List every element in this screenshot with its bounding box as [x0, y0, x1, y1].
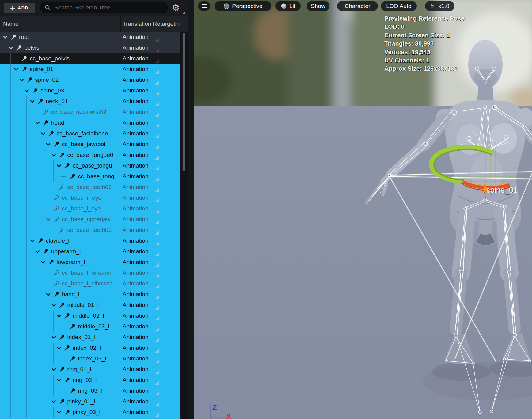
tree-row[interactable]: pinky_01_lAnimation — [0, 396, 180, 407]
tree-row[interactable]: ring_03_lAnimation — [0, 386, 180, 396]
chevron-down-icon[interactable] — [30, 238, 35, 243]
retargeting-dropdown[interactable]: Animation — [123, 109, 153, 115]
tree-row[interactable]: ring_01_lAnimation — [0, 364, 180, 375]
retargeting-dropdown[interactable]: Animation — [123, 334, 153, 341]
tree-row[interactable]: cc_base_tonguAnimation — [0, 160, 180, 171]
preview-viewport[interactable]: spine_01 spine_01 Z X Previewing Referen… — [188, 0, 532, 419]
chevron-down-icon[interactable] — [46, 142, 51, 147]
tree-row[interactable]: spine_03Animation — [0, 85, 180, 96]
tree-row[interactable]: index_03_lAnimation — [0, 353, 180, 364]
retargeting-dropdown[interactable]: Animation — [123, 280, 153, 287]
retargeting-dropdown[interactable]: Animation — [123, 44, 153, 51]
chevron-down-icon[interactable] — [51, 153, 56, 158]
tree-row[interactable]: cc_base_upperjawAnimation — [0, 214, 180, 225]
search-input[interactable] — [54, 4, 163, 11]
chevron-down-icon[interactable] — [56, 378, 62, 383]
tree-settings-button[interactable]: ⚙ — [171, 1, 185, 15]
retargeting-dropdown[interactable]: Animation — [123, 345, 153, 351]
tree-row[interactable]: cc_base_l_elbowshAnimation — [0, 278, 180, 289]
retargeting-dropdown[interactable]: Animation — [123, 194, 153, 201]
viewport-toolbar-viewport-options[interactable] — [198, 1, 210, 11]
chevron-down-icon[interactable] — [8, 45, 13, 51]
retargeting-dropdown[interactable]: Animation — [123, 66, 153, 73]
retargeting-dropdown[interactable]: Animation — [123, 312, 153, 319]
chevron-down-icon[interactable] — [51, 367, 56, 372]
retargeting-dropdown[interactable]: Animation — [123, 55, 153, 62]
tree-row[interactable]: pinky_02_lAnimation — [0, 407, 180, 418]
retargeting-dropdown[interactable]: Animation — [123, 323, 153, 330]
retargeting-dropdown[interactable]: Animation — [123, 152, 153, 158]
chevron-down-icon[interactable] — [56, 163, 62, 168]
chevron-down-icon[interactable] — [30, 99, 35, 104]
chevron-down-icon[interactable] — [24, 88, 29, 93]
retargeting-dropdown[interactable]: Animation — [123, 205, 153, 212]
retargeting-dropdown[interactable]: Animation — [123, 184, 153, 191]
retargeting-dropdown[interactable]: Animation — [123, 173, 153, 180]
tree-row[interactable]: cc_base_jawrootAnimation — [0, 139, 180, 150]
chevron-down-icon[interactable] — [40, 260, 46, 265]
tree-row[interactable]: lowerarm_lAnimation — [0, 257, 180, 268]
retargeting-dropdown[interactable]: Animation — [123, 141, 153, 148]
tree-row[interactable]: ring_02_lAnimation — [0, 375, 180, 386]
retargeting-dropdown[interactable]: Animation — [123, 248, 153, 255]
tree-row[interactable]: cc_base_l_forearmAnimation — [0, 268, 180, 278]
tree-row[interactable]: middle_01_lAnimation — [0, 300, 180, 311]
tree-row[interactable]: cc_base_pelvisAnimation — [0, 53, 180, 64]
viewport-toolbar-character[interactable]: Character — [337, 1, 378, 11]
chevron-down-icon[interactable] — [56, 345, 62, 351]
tree-row[interactable]: cc_base_r_eyeAnimation — [0, 193, 180, 203]
chevron-down-icon[interactable] — [35, 249, 40, 254]
tree-row[interactable]: cc_base_tongue0Animation — [0, 150, 180, 160]
add-button[interactable]: ADD — [4, 3, 35, 13]
tree-row[interactable]: upperarm_lAnimation — [0, 246, 180, 257]
viewport-toolbar-lod[interactable]: LOD Auto — [381, 1, 417, 11]
retargeting-dropdown[interactable]: Animation — [123, 355, 153, 362]
chevron-down-icon[interactable] — [46, 217, 51, 222]
tree-row[interactable]: index_01_lAnimation — [0, 332, 180, 343]
column-divider[interactable] — [120, 16, 121, 32]
tree-row[interactable]: index_02_lAnimation — [0, 343, 180, 353]
tree-row[interactable]: cc_base_teeth02Animation — [0, 182, 180, 193]
tree-row[interactable]: clavicle_lAnimation — [0, 236, 180, 246]
retargeting-dropdown[interactable]: Animation — [123, 119, 153, 126]
tree-row[interactable]: hand_lAnimation — [0, 289, 180, 300]
retargeting-dropdown[interactable]: Animation — [123, 34, 153, 40]
tree-row[interactable]: cc_base_necktwist02Animation — [0, 107, 180, 118]
tree-row[interactable]: rootAnimation — [0, 32, 180, 43]
retargeting-dropdown[interactable]: Animation — [123, 398, 153, 405]
tree-scrollbar[interactable] — [182, 33, 185, 171]
chevron-down-icon[interactable] — [56, 410, 62, 415]
tree-row[interactable]: spine_01Animation — [0, 64, 180, 75]
chevron-down-icon[interactable] — [46, 292, 51, 297]
tree-row[interactable]: cc_base_teeth01Animation — [0, 225, 180, 236]
column-header-retargeting[interactable]: Translation Retargeting — [123, 21, 180, 27]
tree-row[interactable]: cc_base_facialboneAnimation — [0, 128, 180, 139]
tree-row[interactable]: cc_base_tongAnimation — [0, 171, 180, 182]
tree-row[interactable]: pelvisAnimation — [0, 43, 180, 53]
retargeting-dropdown[interactable]: Animation — [123, 216, 153, 223]
retargeting-dropdown[interactable]: Animation — [123, 77, 153, 83]
chevron-down-icon[interactable] — [40, 131, 46, 136]
chevron-down-icon[interactable] — [35, 120, 40, 126]
retargeting-dropdown[interactable]: Animation — [123, 227, 153, 233]
tree-row[interactable]: middle_02_lAnimation — [0, 311, 180, 321]
viewport-toolbar-playback-speed[interactable]: x1.0 — [425, 1, 454, 11]
chevron-down-icon[interactable] — [3, 35, 8, 40]
chevron-down-icon[interactable] — [19, 77, 24, 83]
chevron-down-icon[interactable] — [56, 313, 62, 319]
tree-row[interactable]: middle_03_lAnimation — [0, 321, 180, 332]
retargeting-dropdown[interactable]: Animation — [123, 87, 153, 94]
retargeting-dropdown[interactable]: Animation — [123, 162, 153, 169]
chevron-down-icon[interactable] — [13, 67, 19, 72]
chevron-down-icon[interactable] — [51, 335, 56, 340]
retargeting-dropdown[interactable]: Animation — [123, 98, 153, 105]
retargeting-dropdown[interactable]: Animation — [123, 409, 153, 416]
tree-row[interactable]: neck_01Animation — [0, 96, 180, 107]
retargeting-dropdown[interactable]: Animation — [123, 270, 153, 276]
tree-row[interactable]: headAnimation — [0, 118, 180, 128]
tree-row[interactable]: spine_02Animation — [0, 75, 180, 85]
tree-row[interactable]: cc_base_l_eyeAnimation — [0, 203, 180, 214]
retargeting-dropdown[interactable]: Animation — [123, 366, 153, 373]
column-header-name[interactable]: Name — [3, 21, 19, 27]
retargeting-dropdown[interactable]: Animation — [123, 130, 153, 137]
